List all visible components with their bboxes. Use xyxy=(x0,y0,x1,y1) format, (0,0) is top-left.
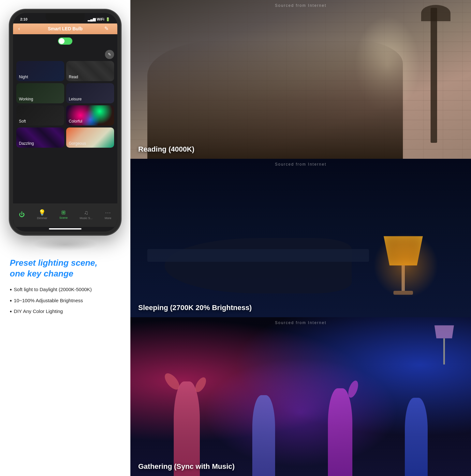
scene-grid-wrapper: ✎ Night Read Working Leisure xyxy=(13,48,117,203)
back-lamp-pole xyxy=(443,338,445,364)
photo-gathering-bg xyxy=(130,317,471,476)
scene-label-dazzling: Dazzling xyxy=(19,141,34,146)
signal-icon: ▂▄▆ xyxy=(88,17,96,22)
scene-label-soft: Soft xyxy=(19,119,26,124)
pillow xyxy=(147,249,369,262)
nav-item-scene[interactable]: ⊞ Scene xyxy=(59,210,68,219)
left-panel: 2:10 ▂▄▆ WiFi 🔋 ‹ Smart LED Bulb ✎ xyxy=(0,0,130,476)
person-1 xyxy=(174,381,200,476)
back-lamp-shade xyxy=(434,325,454,338)
nav-label-more: More xyxy=(105,216,111,220)
lamp-base xyxy=(393,291,413,295)
people-silhouette xyxy=(147,40,403,159)
scene-item-gorgeous[interactable]: Gorgeous xyxy=(66,127,114,148)
edit-icon[interactable]: ✎ xyxy=(104,25,112,32)
scene-item-dazzling[interactable]: Dazzling xyxy=(16,127,64,148)
scene-item-soft[interactable]: Soft xyxy=(16,105,64,126)
lamp-head xyxy=(421,5,450,21)
people-area xyxy=(130,341,471,476)
photo-gathering-section: Sourced from Internet Gathering (Sync wi… xyxy=(130,317,471,476)
reading-watermark: Sourced from Internet xyxy=(275,3,326,8)
person-4 xyxy=(405,398,428,476)
app-header: ‹ Smart LED Bulb ✎ xyxy=(13,23,117,34)
scene-item-working[interactable]: Working xyxy=(16,83,64,103)
sleeping-watermark: Sourced from Internet xyxy=(275,162,326,167)
music-icon: ♫ xyxy=(84,210,88,216)
lamp-shade xyxy=(384,236,423,265)
scene-item-colorful[interactable]: Colorful xyxy=(66,105,114,126)
nav-item-more[interactable]: ⋯ More xyxy=(105,210,111,220)
lamp-container xyxy=(381,233,430,305)
lamp-pole xyxy=(431,8,437,143)
arm-right-1 xyxy=(193,376,208,394)
back-lamp xyxy=(434,325,454,364)
scene-label-leisure: Leisure xyxy=(69,97,81,101)
bedside-lamp xyxy=(384,236,423,295)
power-toggle[interactable] xyxy=(58,37,72,45)
nav-item-power[interactable]: ⏻ xyxy=(19,212,25,217)
bullet-list: Soft light to Daylight (2000K-5000K) 10~… xyxy=(10,285,121,318)
nav-label-dimmer: Dimmer xyxy=(37,216,47,220)
gathering-watermark: Sourced from Internet xyxy=(275,320,326,325)
photo-sleeping-section: Sourced from Internet Sleeping (2700K 20… xyxy=(130,159,471,318)
photo-reading-section: Sourced from Internet Reading (4000K) xyxy=(130,0,471,159)
app-title: Smart LED Bulb xyxy=(26,26,104,31)
scene-label-read: Read xyxy=(69,75,78,79)
bottom-nav: ⏻ 💡 Dimmer ⊞ Scene ♫ Music S... xyxy=(13,203,117,227)
wifi-icon: WiFi xyxy=(97,17,104,21)
back-icon[interactable]: ‹ xyxy=(18,26,26,32)
toggle-area xyxy=(13,34,117,48)
scene-item-night[interactable]: Night xyxy=(16,61,64,81)
lamp-body xyxy=(402,265,405,295)
scene-grid: Night Read Working Leisure Soft xyxy=(16,61,114,148)
bullet-1: Soft light to Daylight (2000K-5000K) xyxy=(10,285,121,296)
headline-line1: Preset lighting scene, xyxy=(10,258,97,268)
more-icon: ⋯ xyxy=(105,210,111,216)
nav-item-music[interactable]: ♫ Music S... xyxy=(80,210,93,220)
scene-item-leisure[interactable]: Leisure xyxy=(66,83,114,103)
scene-nav-icon: ⊞ xyxy=(61,210,66,215)
photo-reading-bg xyxy=(130,0,471,159)
scene-label-night: Night xyxy=(19,75,28,79)
phone-screen: 2:10 ▂▄▆ WiFi 🔋 ‹ Smart LED Bulb ✎ xyxy=(13,13,117,231)
bullet-2: 10~100% Adjustable Brightness xyxy=(10,296,121,307)
reading-label: Reading (4000K) xyxy=(138,145,194,154)
scene-label-gorgeous: Gorgeous xyxy=(69,141,86,146)
arm-up-3 xyxy=(346,379,360,399)
person-3 xyxy=(328,388,352,476)
headline: Preset lighting scene, one key change xyxy=(10,258,121,279)
phone-notch xyxy=(46,13,85,22)
home-indicator xyxy=(49,228,81,230)
phone-mockup: 2:10 ▂▄▆ WiFi 🔋 ‹ Smart LED Bulb ✎ xyxy=(10,10,121,251)
person-2 xyxy=(252,395,275,476)
nav-item-dimmer[interactable]: 💡 Dimmer xyxy=(37,210,47,220)
nav-label-scene: Scene xyxy=(59,216,68,219)
phone-reflection xyxy=(33,238,98,251)
status-time: 2:10 xyxy=(20,17,27,21)
sleep-person xyxy=(165,238,352,293)
headline-line2: one key change xyxy=(10,269,73,278)
scene-label-working: Working xyxy=(19,97,33,101)
home-indicator-area xyxy=(13,227,117,231)
photo-sleeping-bg xyxy=(130,159,471,318)
battery-icon: 🔋 xyxy=(106,17,110,22)
phone-body: 2:10 ▂▄▆ WiFi 🔋 ‹ Smart LED Bulb ✎ xyxy=(10,10,121,235)
status-icons: ▂▄▆ WiFi 🔋 xyxy=(88,17,110,22)
bullet-3: DIY Any Color Lighting xyxy=(10,306,121,318)
bottom-text: Preset lighting scene, one key change So… xyxy=(0,251,130,324)
right-panel: Sourced from Internet Reading (4000K) So… xyxy=(130,0,471,476)
gathering-label: Gathering (Sync with Music) xyxy=(138,462,235,471)
sleeping-label: Sleeping (2700K 20% Brightness) xyxy=(138,304,252,312)
dimmer-icon: 💡 xyxy=(38,210,46,216)
power-icon: ⏻ xyxy=(19,212,25,217)
arm-left-1 xyxy=(162,371,182,392)
scene-item-read[interactable]: Read xyxy=(66,61,114,81)
edit-button[interactable]: ✎ xyxy=(105,50,114,59)
scene-label-colorful: Colorful xyxy=(69,119,82,124)
nav-label-music: Music S... xyxy=(80,216,93,220)
